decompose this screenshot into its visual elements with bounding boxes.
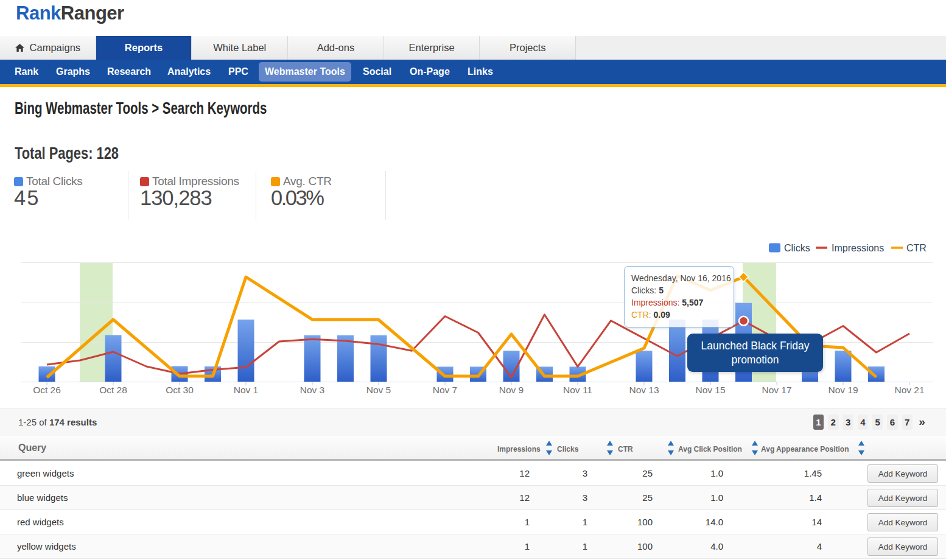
svg-text:Nov 9: Nov 9 (499, 385, 524, 395)
svg-text:Nov 7: Nov 7 (433, 385, 458, 395)
svg-text:Nov 19: Nov 19 (828, 385, 858, 395)
svg-text:Nov 3: Nov 3 (300, 385, 325, 395)
svg-text:Nov 21: Nov 21 (894, 385, 924, 395)
svg-text:Oct 28: Oct 28 (99, 385, 127, 395)
svg-text:Impressions: Impressions (832, 243, 884, 253)
svg-text:Nov 1: Nov 1 (234, 385, 259, 395)
svg-text:Nov 15: Nov 15 (695, 385, 725, 395)
svg-text:Nov 5: Nov 5 (366, 385, 391, 395)
svg-text:Oct 26: Oct 26 (33, 385, 61, 395)
svg-text:CTR: CTR (906, 243, 927, 253)
svg-text:Nov 11: Nov 11 (563, 385, 592, 395)
svg-text:Oct 30: Oct 30 (166, 385, 194, 395)
svg-text:Clicks: Clicks (784, 243, 810, 253)
svg-text:Nov 17: Nov 17 (762, 385, 791, 395)
svg-text:Nov 13: Nov 13 (629, 385, 659, 395)
